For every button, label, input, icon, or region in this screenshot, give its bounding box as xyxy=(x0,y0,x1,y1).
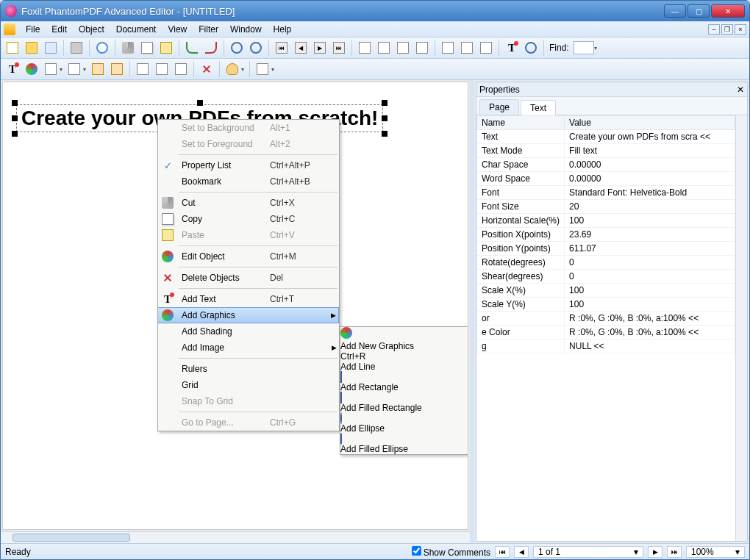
resize-handle-nw[interactable] xyxy=(12,100,18,106)
info-button[interactable] xyxy=(93,39,111,57)
show-comments-checkbox[interactable] xyxy=(412,546,421,556)
property-row[interactable]: Position Y(points)611.07 xyxy=(477,242,735,256)
next-page-button[interactable]: ▶ xyxy=(311,39,329,57)
document-canvas[interactable]: Create your own PDFs from scratch! Set t… xyxy=(2,82,468,530)
property-row[interactable]: e ColorR :0%, G :0%, B :0%, a:100% << xyxy=(477,326,735,340)
open-button[interactable] xyxy=(23,39,40,57)
menu-item-grid[interactable]: Grid xyxy=(158,377,339,393)
status-first-button[interactable]: ⏮ xyxy=(495,546,510,558)
add-graphics-button[interactable] xyxy=(23,60,40,78)
horizontal-scrollbar[interactable] xyxy=(1,531,470,543)
resize-handle-ne[interactable] xyxy=(382,100,388,106)
mdi-restore-button[interactable]: ❐ xyxy=(721,24,733,35)
crop-tool-3[interactable] xyxy=(172,60,190,78)
resize-handle-sw[interactable] xyxy=(12,131,18,137)
menu-edit[interactable]: Edit xyxy=(46,23,73,36)
property-row[interactable]: FontStandard Font: Helvetica-Bold xyxy=(477,186,735,200)
menu-item-add-text[interactable]: TAdd TextCtrl+T xyxy=(158,291,339,307)
menu-item-cut[interactable]: CutCtrl+X xyxy=(158,195,339,211)
undo-button[interactable] xyxy=(183,39,201,57)
last-page-button[interactable]: ⏭ xyxy=(330,39,348,57)
resize-handle-w[interactable] xyxy=(12,115,18,121)
layout-button[interactable] xyxy=(254,60,271,78)
delete-button[interactable] xyxy=(198,60,215,78)
menu-item-copy[interactable]: CopyCtrl+C xyxy=(158,211,339,227)
prev-page-button[interactable]: ◀ xyxy=(292,39,310,57)
mdi-minimize-button[interactable]: – xyxy=(708,24,720,35)
property-row[interactable]: Char Space0.00000 xyxy=(477,158,735,172)
app-menu-icon[interactable] xyxy=(4,24,15,35)
menu-item-add-shading[interactable]: Add Shading xyxy=(158,323,339,340)
find-dropdown[interactable]: ▾ xyxy=(594,45,599,51)
maximize-button[interactable]: ▢ xyxy=(688,4,710,18)
menu-window[interactable]: Window xyxy=(224,23,268,36)
new-button[interactable] xyxy=(4,39,21,57)
submenu-item-add-filled-ellipse[interactable]: Add Filled Ellipse xyxy=(340,434,468,454)
add-shading-button[interactable] xyxy=(42,60,60,78)
copy-button[interactable] xyxy=(138,39,156,57)
property-row[interactable]: gNULL << xyxy=(477,340,735,353)
menu-file[interactable]: File xyxy=(20,23,46,36)
status-next-button[interactable]: ▶ xyxy=(648,546,662,558)
menu-view[interactable]: View xyxy=(162,23,193,36)
property-row[interactable]: Horizontal Scale(%)100 xyxy=(477,214,735,228)
page-tool-1[interactable] xyxy=(356,39,374,57)
status-prev-button[interactable]: ◀ xyxy=(514,546,529,558)
people-button[interactable] xyxy=(224,60,241,78)
property-row[interactable]: Position X(points)23.69 xyxy=(477,228,735,242)
first-page-button[interactable]: ⏮ xyxy=(273,39,290,57)
property-row[interactable]: Font Size20 xyxy=(477,200,735,214)
mdi-close-button[interactable]: × xyxy=(735,24,746,35)
tab-text[interactable]: Text xyxy=(521,100,556,115)
menu-filter[interactable]: Filter xyxy=(193,23,224,36)
submenu-item-add-line[interactable]: Add Line xyxy=(340,362,468,372)
zoom-out-button[interactable] xyxy=(247,39,265,57)
menu-item-property-list[interactable]: ✓Property ListCtrl+Alt+P xyxy=(158,157,339,173)
page-tool-4[interactable] xyxy=(413,39,431,57)
menu-document[interactable]: Document xyxy=(110,23,162,36)
resize-handle-n[interactable] xyxy=(197,100,203,106)
status-zoom-field[interactable]: 100%▾ xyxy=(686,546,745,558)
property-row[interactable]: Rotate(degrees)0 xyxy=(477,256,735,270)
menu-item-add-image[interactable]: Add Image▶ xyxy=(158,340,339,356)
submenu-item-add-ellipse[interactable]: Add Ellipse xyxy=(340,413,468,434)
add-image-button[interactable] xyxy=(65,60,83,78)
page-tool-3[interactable] xyxy=(394,39,412,57)
minimize-button[interactable]: — xyxy=(664,4,686,18)
menu-item-delete-objects[interactable]: Delete ObjectsDel xyxy=(158,270,339,286)
clock-tool-button[interactable] xyxy=(522,39,540,57)
paste-button[interactable] xyxy=(157,39,175,57)
properties-vscroll[interactable] xyxy=(735,115,747,541)
menu-item-rulers[interactable]: Rulers xyxy=(158,361,339,377)
text-tool-button[interactable]: T xyxy=(503,39,521,57)
menu-help[interactable]: Help xyxy=(268,23,298,36)
zoom-in-button[interactable] xyxy=(228,39,246,57)
redo-button[interactable] xyxy=(202,39,220,57)
tab-page[interactable]: Page xyxy=(479,99,519,115)
add-text-button[interactable]: T xyxy=(4,60,21,78)
edit-tool-2[interactable] xyxy=(108,60,126,78)
property-row[interactable]: Word Space0.00000 xyxy=(477,172,735,186)
status-page-field[interactable]: 1 of 1▾ xyxy=(533,546,643,558)
submenu-item-add-rectangle[interactable]: Add Rectangle xyxy=(340,372,468,392)
menu-item-edit-object[interactable]: Edit ObjectCtrl+M xyxy=(158,248,339,265)
submenu-item-add-new-graphics[interactable]: Add New GraphicsCtrl+R xyxy=(340,327,468,362)
close-button[interactable]: ✕ xyxy=(711,4,745,18)
property-row[interactable]: Shear(degrees)0 xyxy=(477,270,735,284)
property-row[interactable]: Scale Y(%)100 xyxy=(477,298,735,312)
crop-tool-2[interactable] xyxy=(153,60,171,78)
menu-item-add-graphics[interactable]: Add Graphics▶ xyxy=(158,307,339,323)
page-tool-2[interactable] xyxy=(375,39,393,57)
layout-tool-1[interactable] xyxy=(439,39,457,57)
show-comments-toggle[interactable]: Show Comments xyxy=(412,546,490,558)
crop-tool-1[interactable] xyxy=(134,60,151,78)
hscroll-thumb[interactable] xyxy=(12,534,130,542)
cut-button[interactable] xyxy=(119,39,137,57)
property-row[interactable]: Text ModeFill text xyxy=(477,144,735,158)
property-row[interactable]: orR :0%, G :0%, B :0%, a:100% << xyxy=(477,312,735,326)
save-button[interactable] xyxy=(42,39,60,57)
find-input[interactable] xyxy=(574,41,594,54)
splitter[interactable] xyxy=(470,80,474,543)
resize-handle-e[interactable] xyxy=(382,115,388,121)
menu-item-bookmark[interactable]: BookmarkCtrl+Alt+B xyxy=(158,173,339,190)
